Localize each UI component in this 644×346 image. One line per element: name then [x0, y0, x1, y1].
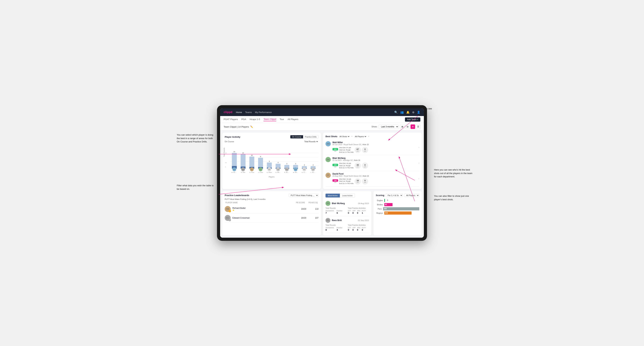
view-grid2-btn[interactable]: ⊞	[400, 124, 404, 129]
main-content: Player Activity On Course Practice Drill…	[220, 131, 424, 237]
subnav-team-clippd[interactable]: Team Clippd	[264, 118, 276, 121]
chart-footer: Players	[225, 176, 318, 178]
leaderboard-cols: PLAYER NAME PB SCORE PB AVG SQ	[225, 202, 318, 204]
show-label: Show:	[372, 126, 377, 128]
shot-chevron-1[interactable]: ›	[418, 162, 419, 165]
lb-avg-1: 107	[312, 217, 318, 219]
nav-logo: clippd	[224, 111, 232, 114]
avatar-3: JC	[259, 168, 262, 171]
shot-badge-1: 200	[332, 164, 338, 166]
view-list-btn[interactable]: ☰	[416, 124, 420, 129]
scoring-label-eagles: Eagles	[376, 199, 383, 201]
team-header: Team Clippd | 14 Players ✏️ Show: Last 3…	[220, 123, 424, 131]
shot-player-name-2: David Ford	[332, 173, 417, 175]
shot-player-name-0: Matt Miller	[332, 141, 417, 144]
scoring-row-eagles: Eagles 3	[376, 199, 419, 202]
practice-title: Practice Leaderboards	[225, 194, 249, 197]
edit-icon[interactable]: ✏️	[250, 126, 253, 128]
scoring-label-pars: Pars	[376, 208, 382, 210]
shot-location-2: 24 Aug 2023 · Royal North Devon GC, Hole…	[332, 175, 417, 177]
people-icon[interactable]: 👥	[400, 111, 404, 114]
nav-link-performance[interactable]: My Performance	[255, 111, 272, 114]
nav-link-teams[interactable]: Teams	[245, 111, 252, 114]
all-players-dropdown[interactable]: All Players	[354, 135, 367, 138]
bar-item-2: 10	[248, 155, 256, 169]
shot-item-0: MM Matt Miller 09 Jun 2023 · Royal North…	[326, 140, 419, 155]
annotation-right-mid: Here you can see who's hit the best shot…	[434, 168, 472, 178]
scoring-row-birdies: Birdies 96	[376, 203, 419, 206]
team-name: Team Clippd | 14 Players	[224, 126, 249, 128]
scoring-card: Scoring Par 3, 4 & 5s All Players Eagles	[374, 191, 422, 236]
view-heart-btn[interactable]: ♥	[410, 124, 415, 129]
bell-icon[interactable]: 🔔	[406, 111, 410, 114]
shot-yds-0: 67 yds	[354, 147, 361, 153]
shot-item-1: BM Blair McHarg 23 Jul 2023 · Ashridge G…	[326, 155, 419, 171]
search-icon[interactable]: 🔍	[394, 111, 398, 114]
active-stats-0: Total Rounds Tournament 7 Practice	[326, 207, 369, 214]
tablet-frame: clippd Home Teams My Performance 🔍 👥 🔔 ⊕…	[217, 105, 427, 241]
sub-nav: PGAT Players PGA Hcaps 1-5 Team Clippd T…	[220, 116, 424, 123]
on-course-btn[interactable]: On Course	[290, 135, 303, 138]
nav-right: 🔍 👥 🔔 ⊕ 👤	[394, 111, 420, 114]
active-toggle-group: Most Active Least Active	[326, 194, 369, 197]
shot-avatar-2: DF	[326, 173, 331, 178]
practice-dropdown[interactable]: PUTT Must Make Putting ...	[289, 194, 318, 197]
avatar-9: LR	[311, 168, 315, 171]
x-axis-footer-label: Players	[268, 176, 274, 178]
all-shots-dropdown[interactable]: All Shots	[339, 135, 350, 138]
shot-stats-0: 200 SG Shot Dist: 67 ydsStart Lie: Rough…	[332, 147, 417, 153]
shot-location-1: 23 Jul 2023 · Ashridge GC, Hole 15	[332, 159, 417, 161]
scoring-label-birdies: Birdies	[376, 204, 383, 206]
subnav-tour[interactable]: Tour	[280, 118, 284, 121]
active-avatar-1: RBr	[326, 218, 330, 223]
shot-stats-1: 200 SG Shot Dist: 43 ydsStart Lie: Rough…	[332, 162, 417, 169]
scoring-label-bogeys: Bogeys	[376, 212, 383, 214]
practice-header: Practice Leaderboards PUTT Must Make Put…	[225, 194, 318, 197]
show-dropdown[interactable]: Last 3 months Last month Last 6 months L…	[379, 125, 399, 129]
shot-zero-1: 0 yds	[362, 163, 368, 169]
scoring-value-eagles: 3	[387, 199, 388, 201]
nav-link-home[interactable]: Home	[236, 111, 242, 114]
scoring-filter2[interactable]: All Players	[404, 194, 419, 197]
subnav-hcaps[interactable]: Hcaps 1-5	[250, 118, 260, 121]
shot-chevron-2[interactable]: ›	[418, 177, 419, 180]
player-activity-title: Player Activity	[225, 136, 240, 138]
view-grid3-btn[interactable]: ⊟	[405, 124, 410, 129]
lb-name-1: Edward Crossman	[232, 217, 250, 219]
add-team-button[interactable]: Add Team +	[405, 117, 420, 122]
tablet-inner: clippd Home Teams My Performance 🔍 👥 🔔 ⊕…	[220, 108, 424, 237]
user-avatar-icon[interactable]: 👤	[417, 111, 420, 114]
lb-score-1: 18/20	[301, 217, 306, 219]
shot-detail-2: Shot Dist: 16 ydsStart Lie: RoughEnd Lie…	[339, 178, 354, 185]
practice-drills-btn[interactable]: Practice Drills	[303, 135, 318, 138]
shot-player-name-1: Blair McHarg	[332, 157, 417, 159]
avatar-0: BM	[232, 168, 236, 171]
subnav-all-players[interactable]: All Players	[288, 118, 298, 121]
scoring-header: Scoring Par 3, 4 & 5s All Players	[376, 194, 419, 197]
shot-item-2: DF David Ford 24 Aug 2023 · Royal North …	[326, 171, 419, 187]
bar-item-0: 13	[230, 151, 238, 169]
leaderboard-item-0: RB 1 Richard Butler ⭐ 19/20 110	[225, 205, 318, 213]
active-player-header-1: RBr Rees Britt 02 Sep 2023	[326, 218, 369, 223]
avatar-8: EC	[302, 168, 306, 171]
active-date-1: 02 Sep 2023	[358, 219, 369, 221]
scoring-row-pars: Pars 499	[376, 207, 419, 210]
shot-location-0: 09 Jun 2023 · Royal North Devon GC, Hole…	[332, 144, 417, 146]
practice-leaderboards-card: Practice Leaderboards PUTT Must Make Put…	[222, 191, 321, 236]
most-active-btn[interactable]: Most Active	[326, 194, 340, 197]
plus-circle-icon[interactable]: ⊕	[412, 111, 414, 114]
least-active-btn[interactable]: Least Active	[340, 194, 355, 197]
avatar-4: EE	[268, 168, 271, 171]
subnav-pgat[interactable]: PGAT Players	[224, 118, 238, 121]
annotation-right-bottom: You can also filter to show just one pla…	[434, 194, 472, 201]
active-avatar-0: BM	[326, 201, 330, 206]
active-player-header-0: BM Blair McHarg 26 Aug 2023	[326, 201, 369, 206]
chart-dropdown[interactable]: Total Rounds	[304, 140, 318, 143]
scoring-row-bogeys: Bogeys 315	[376, 211, 419, 215]
active-player-1: RBr Rees Britt 02 Sep 2023 Total Rounds …	[326, 216, 369, 233]
shot-chevron-0[interactable]: ›	[418, 146, 419, 149]
scoring-filter1[interactable]: Par 3, 4 & 5s	[386, 194, 403, 197]
subnav-pga[interactable]: PGA	[241, 118, 246, 121]
player-activity-header: Player Activity On Course Practice Drill…	[225, 135, 318, 139]
active-name-1: Rees Britt	[332, 219, 342, 222]
